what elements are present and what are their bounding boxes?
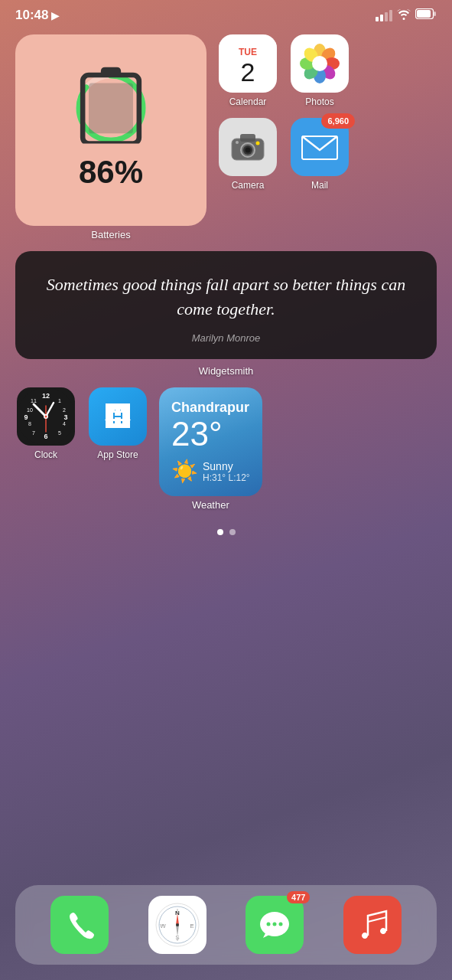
battery-device-icon bbox=[73, 67, 149, 149]
weather-city: Chandrapur bbox=[171, 400, 250, 416]
camera-label: Camera bbox=[232, 180, 265, 191]
svg-text:10: 10 bbox=[27, 407, 33, 413]
appstore-app[interactable]: 🅰 App Store bbox=[87, 387, 148, 460]
messages-badge: 477 bbox=[287, 891, 310, 903]
calendar-date: 2 bbox=[241, 59, 255, 85]
phone-app[interactable] bbox=[50, 896, 109, 954]
widgetsmith-label: Widgetsmith bbox=[15, 365, 437, 377]
quote-author: Marilyn Monroe bbox=[38, 332, 414, 344]
time-display: 10:48 bbox=[15, 8, 48, 23]
quote-text: Sometimes good things fall apart so bett… bbox=[38, 273, 414, 322]
wallpaper: 10:48 ▶ bbox=[0, 0, 452, 980]
svg-text:11: 11 bbox=[31, 398, 37, 403]
safari-app[interactable]: N S E W bbox=[148, 896, 206, 954]
svg-text:6: 6 bbox=[44, 433, 47, 440]
weather-temp: 23° bbox=[171, 416, 250, 452]
battery-percent-text: 86% bbox=[79, 154, 143, 191]
camera-app[interactable]: Camera bbox=[217, 118, 278, 191]
photos-label: Photos bbox=[305, 96, 333, 107]
svg-rect-6 bbox=[101, 67, 121, 77]
clock-face: 12 6 9 3 1 2 4 5 11 10 8 7 bbox=[17, 387, 75, 446]
svg-text:9: 9 bbox=[24, 413, 28, 421]
svg-rect-2 bbox=[417, 10, 431, 18]
svg-text:2: 2 bbox=[63, 407, 66, 413]
svg-point-24 bbox=[236, 141, 239, 144]
location-icon: ▶ bbox=[51, 10, 59, 21]
svg-point-65 bbox=[279, 923, 283, 926]
dock: N S E W bbox=[15, 885, 437, 965]
svg-text:12: 12 bbox=[42, 392, 50, 400]
sun-icon: ☀️ bbox=[171, 459, 198, 484]
weather-condition: Sunny bbox=[203, 460, 250, 472]
svg-point-16 bbox=[312, 56, 327, 71]
batteries-label: Batteries bbox=[15, 229, 206, 240]
signal-icon bbox=[376, 10, 392, 21]
svg-point-45 bbox=[45, 415, 47, 417]
svg-text:E: E bbox=[190, 923, 193, 929]
clock-label: Clock bbox=[34, 449, 57, 460]
batteries-widget[interactable]: 86% Batteries bbox=[15, 34, 206, 240]
calendar-label: Calendar bbox=[229, 96, 267, 107]
svg-point-63 bbox=[267, 923, 271, 926]
weather-label: Weather bbox=[159, 499, 262, 511]
svg-rect-25 bbox=[301, 133, 339, 161]
svg-text:4: 4 bbox=[63, 421, 66, 426]
svg-point-23 bbox=[256, 142, 260, 145]
quote-widget[interactable]: Sometimes good things fall apart so bett… bbox=[15, 251, 437, 359]
svg-text:3: 3 bbox=[63, 413, 67, 421]
svg-text:W: W bbox=[160, 923, 166, 929]
svg-text:7: 7 bbox=[32, 430, 35, 436]
calendar-app[interactable]: TUE 2 Calendar bbox=[217, 34, 278, 107]
svg-rect-47 bbox=[106, 419, 129, 421]
status-bar: 10:48 ▶ bbox=[0, 0, 452, 27]
page-dot-1 bbox=[217, 529, 223, 535]
appstore-label: App Store bbox=[97, 449, 138, 460]
svg-rect-19 bbox=[240, 134, 255, 142]
svg-rect-7 bbox=[89, 83, 133, 134]
svg-text:1: 1 bbox=[58, 398, 61, 403]
clock-app[interactable]: 12 6 9 3 1 2 4 5 11 10 8 7 bbox=[15, 387, 76, 460]
mail-badge: 6,960 bbox=[321, 113, 355, 129]
weather-hl: H:31° L:12° bbox=[203, 472, 250, 483]
svg-point-64 bbox=[273, 923, 277, 926]
battery-icon bbox=[415, 8, 437, 22]
mail-label: Mail bbox=[311, 180, 328, 191]
svg-point-60 bbox=[176, 923, 179, 926]
photos-app[interactable]: Photos bbox=[289, 34, 350, 107]
svg-text:8: 8 bbox=[28, 421, 31, 426]
svg-text:5: 5 bbox=[58, 430, 61, 436]
music-app[interactable] bbox=[343, 896, 402, 954]
svg-point-22 bbox=[246, 148, 251, 153]
weather-widget[interactable]: Chandrapur 23° ☀️ Sunny H:31° L:12° Weat… bbox=[159, 387, 262, 511]
calendar-day: TUE bbox=[219, 42, 277, 59]
page-indicators bbox=[15, 529, 437, 535]
wifi-icon bbox=[397, 9, 411, 22]
messages-app[interactable]: 477 bbox=[246, 896, 304, 954]
mail-app[interactable]: 6,960 Mail bbox=[289, 118, 350, 191]
svg-rect-1 bbox=[434, 11, 436, 16]
page-dot-2 bbox=[229, 529, 236, 535]
